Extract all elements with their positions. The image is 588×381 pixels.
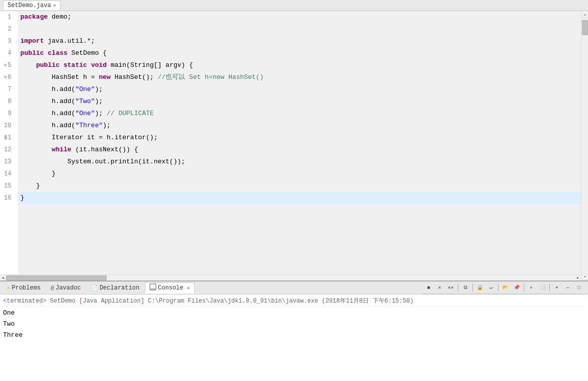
sep1	[458, 283, 458, 292]
line-number-8: 8	[4, 96, 14, 108]
tab-filename: SetDemo.java	[8, 2, 51, 9]
scroll-down-button[interactable]: ▾	[581, 273, 588, 280]
editor-tab[interactable]: SetDemo.java ✕	[3, 1, 60, 10]
chevron-down-button[interactable]: ▾	[552, 282, 562, 293]
line-number-2: 2	[4, 23, 14, 35]
close-console-button[interactable]: ✕	[435, 282, 445, 293]
code-content: package demo; import java.util.*;public …	[18, 11, 581, 274]
bottom-tab-bar: ⚠ Problems @ Javadoc 📄 Declaration	[0, 281, 588, 295]
code-line-1: package demo;	[18, 11, 581, 23]
console-line-three: Three	[3, 330, 585, 341]
scroll-right-button[interactable]: ▸	[575, 275, 581, 281]
sep5	[549, 283, 550, 292]
code-line-15: }	[18, 180, 581, 192]
sep3	[498, 283, 498, 292]
code-line-3: import java.util.*;	[18, 35, 581, 47]
line-number-10: 10	[4, 120, 14, 132]
code-line-7: h.add("One");	[18, 83, 581, 96]
code-line-11: Iterator it = h.iterator();	[18, 132, 581, 144]
stop-button[interactable]: ■	[424, 282, 434, 293]
code-line-14: }	[18, 168, 581, 180]
code-line-5: public static void main(String[] argv) {	[18, 59, 581, 71]
tab-problems[interactable]: ⚠ Problems	[2, 282, 45, 294]
scroll-up-button[interactable]: ▴	[581, 11, 588, 18]
code-line-4: public class SetDemo {	[18, 47, 581, 59]
code-line-10: h.add("Three");	[18, 120, 581, 132]
line-number-11: 11⊕	[4, 132, 14, 144]
line-number-15: 15	[4, 180, 14, 192]
tab-console[interactable]: Console ✕	[145, 282, 194, 294]
tab-close-icon[interactable]: ✕	[53, 3, 56, 9]
console-line-one: One	[3, 308, 585, 319]
maximize-button[interactable]: □	[574, 282, 584, 293]
console-icon	[149, 283, 156, 292]
line-number-1: 1	[4, 11, 14, 23]
main-layout: 12345⊕6⊕7891011⊕1213141516 package demo;…	[0, 11, 588, 381]
bottom-panel: ⚠ Problems @ Javadoc 📄 Declaration	[0, 280, 588, 381]
code-line-13: System.out.println(it.next());	[18, 156, 581, 168]
display-selected-button[interactable]: ⬜	[537, 282, 547, 293]
code-line-16: }	[18, 192, 581, 204]
new-console-button[interactable]: ＋	[526, 282, 536, 293]
line-numbers: 12345⊕6⊕7891011⊕1213141516	[0, 11, 18, 274]
line-number-16: 16	[4, 192, 14, 204]
scroll-left-button[interactable]: ◂	[0, 275, 6, 281]
word-wrap-button[interactable]: ↵	[486, 282, 496, 293]
pin-console-button[interactable]: 📌	[512, 282, 522, 293]
remove-all-button[interactable]: ✕✕	[446, 282, 456, 293]
editor-area: 12345⊕6⊕7891011⊕1213141516 package demo;…	[0, 11, 588, 280]
code-line-2	[18, 23, 581, 35]
copy-stacks-button[interactable]: ⧉	[460, 282, 470, 293]
line-number-13: 13	[4, 156, 14, 168]
console-line-two: Two	[3, 319, 585, 330]
tab-problems-label: Problems	[12, 284, 41, 292]
line-number-3: 3	[4, 35, 14, 47]
console-output[interactable]: <terminated> SetDemo [Java Application] …	[0, 295, 588, 381]
line-number-6: 6⊕	[4, 71, 14, 83]
scroll-lock-button[interactable]: 🔒	[475, 282, 485, 293]
code-line-6: HashSet h = new HashSet(); //也可以 Set h=n…	[18, 71, 581, 83]
sep4	[524, 283, 524, 292]
title-bar: SetDemo.java ✕	[0, 0, 588, 11]
code-line-8: h.add("Two");	[18, 96, 581, 108]
line-number-12: 12	[4, 144, 14, 156]
scroll-thumb-vertical[interactable]	[582, 20, 588, 35]
line-number-9: 9	[4, 108, 14, 120]
tab-console-label: Console	[158, 284, 183, 292]
scroll-track[interactable]	[6, 275, 575, 281]
horizontal-scrollbar[interactable]: ◂ ▸	[0, 274, 581, 280]
javadoc-icon: @	[51, 285, 54, 291]
console-tab-close[interactable]: ✕	[187, 285, 190, 291]
scroll-track-vertical[interactable]	[581, 18, 588, 273]
minimize-button[interactable]: —	[563, 282, 573, 293]
console-header: <terminated> SetDemo [Java Application] …	[3, 296, 585, 307]
svg-rect-0	[150, 284, 156, 289]
declaration-icon: 📄	[91, 284, 98, 291]
line-number-7: 7	[4, 83, 14, 96]
code-scroll-area[interactable]: 12345⊕6⊕7891011⊕1213141516 package demo;…	[0, 11, 581, 274]
vertical-scrollbar[interactable]: ▴ ▾	[581, 11, 588, 280]
tab-declaration[interactable]: 📄 Declaration	[87, 282, 144, 294]
tab-javadoc-label: Javadoc	[55, 284, 80, 292]
tab-declaration-label: Declaration	[100, 284, 139, 292]
line-number-14: 14	[4, 168, 14, 180]
line-number-5: 5⊕	[4, 59, 14, 71]
console-toolbar: ■✕✕✕⧉🔒↵📂📌＋⬜▾—□	[422, 281, 586, 294]
open-file-button[interactable]: 📂	[500, 282, 511, 293]
problems-icon: ⚠	[7, 284, 10, 292]
scroll-thumb[interactable]	[6, 275, 107, 280]
tab-javadoc[interactable]: @ Javadoc	[46, 282, 86, 294]
code-panel: 12345⊕6⊕7891011⊕1213141516 package demo;…	[0, 11, 581, 280]
line-number-4: 4	[4, 47, 14, 59]
code-line-9: h.add("One"); // DUPLICATE	[18, 108, 581, 120]
sep2	[472, 283, 473, 292]
code-line-12: while (it.hasNext()) {	[18, 144, 581, 156]
